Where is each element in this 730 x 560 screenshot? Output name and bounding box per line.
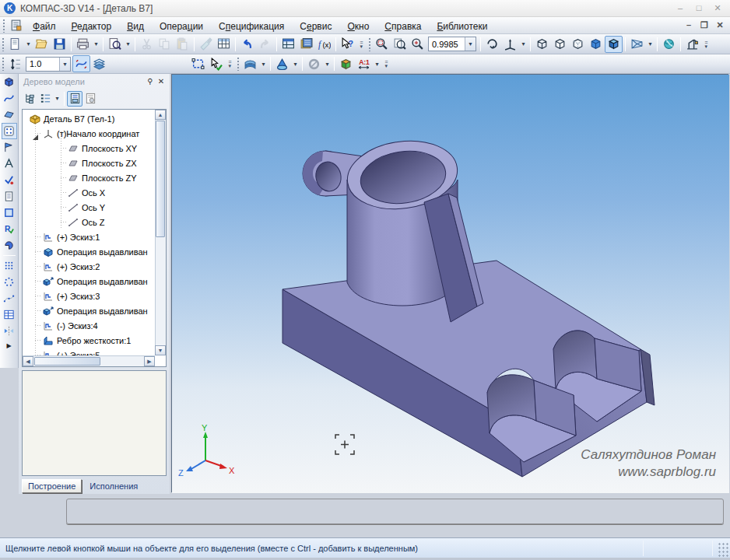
tree-item[interactable]: (+) Эскиз:2 xyxy=(42,259,100,274)
tree-item[interactable]: (-) Эскиз:4 xyxy=(42,318,98,333)
layers-button[interactable] xyxy=(90,55,108,72)
wireframe-button[interactable] xyxy=(533,36,551,53)
toolbar-options-icon[interactable]: =▾ xyxy=(225,55,235,72)
chevron-down-icon[interactable]: ▾ xyxy=(53,90,61,107)
open-button[interactable] xyxy=(33,36,51,53)
tree-item[interactable]: (+) Эскиз:3 xyxy=(42,289,100,303)
lb-grid-dots-button[interactable] xyxy=(2,257,17,274)
spreadsheet-button[interactable] xyxy=(215,36,233,53)
lb-frame-button[interactable] xyxy=(2,205,17,221)
scroll-right-button[interactable]: ▶ xyxy=(144,356,155,366)
array-button[interactable] xyxy=(305,55,323,72)
tree-doc-view-button[interactable] xyxy=(67,91,82,107)
tab-construction[interactable]: Построение xyxy=(22,479,82,493)
scale-combo[interactable]: 1.0▼ xyxy=(26,57,71,72)
chevron-down-icon[interactable]: ▾ xyxy=(259,55,268,72)
lb-table-button[interactable] xyxy=(2,306,17,323)
tree-close-icon[interactable]: ✕ xyxy=(156,76,167,87)
chevron-down-icon[interactable]: ▾ xyxy=(291,55,300,72)
chevron-down-icon[interactable]: ▾ xyxy=(24,36,33,53)
lb-flag-button[interactable] xyxy=(2,139,17,156)
tree-item[interactable]: Ребро жесткости:1 xyxy=(42,333,131,348)
rotate-button[interactable] xyxy=(483,36,501,53)
minimize-button[interactable]: – xyxy=(674,2,686,13)
chevron-down-icon[interactable]: ▾ xyxy=(124,36,132,53)
selection-frame-button[interactable] xyxy=(189,55,207,72)
undo-button[interactable] xyxy=(238,36,256,53)
compact-panel-expand-icon[interactable]: ▶ xyxy=(6,342,11,349)
tree-item[interactable]: (+) Эскиз:5 xyxy=(42,348,100,355)
mdi-restore-button[interactable]: ❐ xyxy=(699,19,710,30)
menu-5[interactable]: Спецификация xyxy=(211,19,292,34)
lb-gsolid-button[interactable] xyxy=(2,237,17,254)
toolbar-options-icon[interactable]: =▾ xyxy=(356,36,367,53)
lb-solid-button[interactable] xyxy=(2,74,17,90)
tree-item[interactable]: Операция выдавливан xyxy=(42,303,148,318)
tab-executions[interactable]: Исполнения xyxy=(82,480,146,492)
orientation-button[interactable] xyxy=(501,36,519,53)
tree-vscrollbar[interactable]: ▲ ▼ xyxy=(155,110,166,355)
copy-style-button[interactable] xyxy=(197,36,215,53)
viewport-3d[interactable]: Y X Z Саляхутдинов Роман www.saprblog.ru xyxy=(171,74,728,492)
menu-1[interactable]: Файл xyxy=(25,19,64,34)
tree-hscrollbar[interactable]: ◀ ▶ xyxy=(23,355,155,366)
zoom-pan-button[interactable] xyxy=(391,36,409,53)
print-button[interactable] xyxy=(74,36,92,53)
scroll-left-button[interactable]: ◀ xyxy=(23,356,33,366)
toolbar-grip[interactable] xyxy=(2,57,5,71)
tree-item[interactable]: Ось Z xyxy=(67,215,105,229)
lb-dice-button[interactable] xyxy=(2,123,17,139)
copy-button[interactable] xyxy=(156,36,174,53)
perspective-button[interactable] xyxy=(628,36,646,53)
tree-item[interactable]: Операция выдавливан xyxy=(42,274,148,289)
menu-4[interactable]: Операции xyxy=(152,19,211,34)
lb-curve-dots-button[interactable] xyxy=(2,290,17,306)
lb-surface-button[interactable] xyxy=(2,107,17,123)
chevron-down-icon[interactable]: ▼ xyxy=(59,58,70,71)
menu-2[interactable]: Редактор xyxy=(64,19,120,34)
tree-item[interactable]: (+) Эскиз:1 xyxy=(42,229,100,244)
lb-check-button[interactable] xyxy=(2,172,17,188)
new-document-button[interactable] xyxy=(6,36,24,53)
mdi-minimize-button[interactable]: – xyxy=(683,19,694,30)
save-button[interactable] xyxy=(51,36,68,53)
lb-rcheck-button[interactable]: R xyxy=(2,221,17,237)
toolbar-options-icon[interactable]: =▾ xyxy=(381,55,391,72)
pin-icon[interactable]: ⚲ xyxy=(145,76,156,87)
lb-spline-button[interactable] xyxy=(2,90,17,107)
menu-6[interactable]: Сервис xyxy=(292,19,339,34)
menu-9[interactable]: Библиотеки xyxy=(429,19,495,34)
tree-item[interactable]: Плоскость ZY xyxy=(67,170,137,185)
expressions-button[interactable]: f(x) xyxy=(315,36,333,53)
lb-page-button[interactable] xyxy=(2,188,17,205)
shaded-button[interactable] xyxy=(587,36,605,53)
chevron-down-icon[interactable]: ▾ xyxy=(92,36,100,53)
tree-list-button[interactable] xyxy=(37,91,53,107)
hscroll-thumb[interactable] xyxy=(34,357,100,366)
tree-item[interactable]: Операция выдавливан xyxy=(42,244,148,259)
zoom-in-out-button[interactable] xyxy=(409,36,426,53)
rebuild-button[interactable] xyxy=(683,36,701,53)
scroll-up-button[interactable]: ▲ xyxy=(155,110,166,120)
vscroll-thumb[interactable] xyxy=(156,121,165,237)
surfaces-button[interactable] xyxy=(241,55,259,72)
tree-item[interactable]: (т)Начало координат xyxy=(42,126,139,141)
paste-button[interactable] xyxy=(174,36,191,53)
library-manager-button[interactable] xyxy=(297,36,315,53)
zoom-combo[interactable]: 0.9985▼ xyxy=(428,37,476,51)
variables-button[interactable] xyxy=(279,36,297,53)
tree-params-view-button[interactable] xyxy=(82,91,98,107)
chevron-down-icon[interactable]: ▾ xyxy=(323,55,332,72)
menu-7[interactable]: Окно xyxy=(339,19,377,34)
spline-mode-button[interactable] xyxy=(72,55,90,72)
toolbar-grip[interactable] xyxy=(2,37,5,51)
dimensions-button[interactable]: A:1 xyxy=(355,55,373,72)
shaded-with-edges-button[interactable] xyxy=(605,36,623,53)
toolbar-options-icon[interactable]: =▾ xyxy=(701,36,711,53)
lb-measure-button[interactable] xyxy=(2,156,17,172)
mdi-close-button[interactable]: ✕ xyxy=(714,19,725,30)
menu-3[interactable]: Вид xyxy=(119,19,152,34)
lb-mirror-button[interactable] xyxy=(2,323,17,339)
tree-expander-icon[interactable] xyxy=(32,130,39,137)
hidden-lines-thin-button[interactable] xyxy=(569,36,587,53)
